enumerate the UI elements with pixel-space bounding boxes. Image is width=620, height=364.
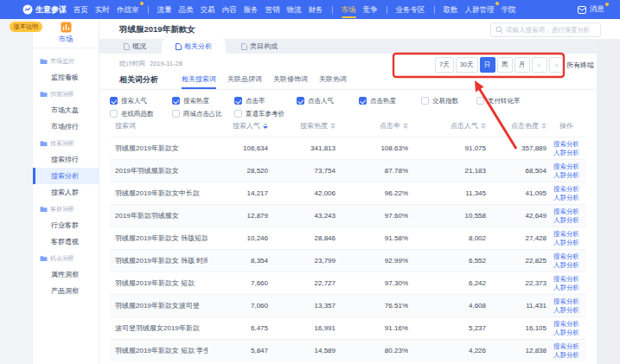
crowd-analysis-link[interactable]: 人群分析 — [546, 351, 586, 360]
range-7d-button[interactable]: 7天 — [435, 57, 454, 73]
sidebar-item-market-ranking[interactable]: 市场排行 — [33, 118, 99, 135]
metric-search-popularity: 搜索人气 — [110, 96, 147, 105]
checkbox[interactable] — [172, 97, 180, 105]
checkbox[interactable] — [297, 97, 304, 105]
search-input[interactable] — [506, 26, 596, 34]
message-label: 消息 — [590, 4, 604, 15]
nav-item-crowd-management[interactable]: 人群管理 — [465, 0, 495, 19]
sidebar-module-market[interactable]: 市场 — [33, 19, 99, 48]
search-analysis-link[interactable]: 搜索分析 — [546, 275, 586, 284]
crowd-analysis-link[interactable]: 人群分析 — [546, 171, 586, 180]
sidebar-item-attribute-insight[interactable]: 属性洞察 — [33, 266, 99, 283]
crowd-analysis-link[interactable]: 人群分析 — [546, 306, 586, 315]
sidebar-item-product-insight[interactable]: 产品洞察 — [33, 283, 99, 299]
prev-period-button[interactable]: < — [532, 57, 547, 73]
crowd-analysis-link[interactable]: 人群分析 — [546, 149, 586, 157]
sidebar-group-opportunity-insight[interactable]: 机会洞察 — [33, 250, 99, 266]
sort-icon[interactable] — [330, 123, 336, 129]
sidebar-item-market-overview[interactable]: 市场大盘 — [33, 102, 99, 118]
sidebar: 市场 市场监控 监控看板 供需洞察 市场大盘 市场排行 搜索洞察 搜索排行 搜索… — [33, 19, 99, 364]
col-click-heat[interactable]: 点击热度 — [486, 121, 546, 137]
version-badge[interactable]: 版本说明 — [10, 22, 42, 32]
subtab-modifier-words[interactable]: 关联修饰词 — [273, 74, 308, 89]
sidebar-group-search-insight[interactable]: 搜索洞察 — [33, 135, 99, 151]
nav-item-warroom[interactable]: 作战室 — [117, 0, 139, 19]
checkbox[interactable] — [359, 97, 367, 105]
nav-item-business-zone[interactable]: 业务专区 — [396, 0, 425, 19]
checkbox[interactable] — [110, 97, 118, 105]
crowd-analysis-link[interactable]: 人群分析 — [546, 239, 586, 247]
cell-actions: 搜索分析人群分析 — [546, 227, 586, 250]
sort-icon[interactable] — [263, 123, 268, 129]
nav-item-service[interactable]: 服务 — [244, 0, 259, 19]
search-analysis-link[interactable]: 搜索分析 — [546, 230, 586, 239]
search-analysis-link[interactable]: 搜索分析 — [546, 185, 586, 194]
search-analysis-link[interactable]: 搜索分析 — [546, 320, 586, 329]
nav-item-market[interactable]: 市场 — [342, 0, 356, 19]
sidebar-item-industry-customers[interactable]: 行业客群 — [33, 217, 99, 233]
nav-item-traffic[interactable]: 流量 — [157, 0, 172, 19]
search-analysis-link[interactable]: 搜索分析 — [546, 163, 586, 171]
cell-value: 341,813 — [268, 137, 336, 160]
next-period-button[interactable]: > — [549, 57, 565, 73]
checkbox[interactable] — [172, 110, 180, 118]
nav-item-finance[interactable]: 财务 — [309, 0, 323, 19]
crowd-analysis-link[interactable]: 人群分析 — [546, 261, 586, 270]
nav-item-logistics[interactable]: 物流 — [287, 0, 302, 19]
sidebar-group-supply-demand[interactable]: 供需洞察 — [33, 86, 99, 102]
col-search-heat[interactable]: 搜索热度 — [268, 121, 336, 137]
cell-value: 22,825 — [486, 250, 546, 272]
range-week-button[interactable]: 周 — [497, 57, 513, 73]
nav-item-academy[interactable]: 学院 — [502, 0, 516, 19]
sort-icon[interactable] — [481, 123, 486, 129]
nav-item-content[interactable]: 内容 — [222, 0, 237, 19]
sidebar-item-monitor-board[interactable]: 监控看板 — [33, 69, 99, 86]
nav-item-data-fetch[interactable]: 取数 — [444, 0, 458, 19]
crowd-analysis-link[interactable]: 人群分析 — [546, 194, 586, 202]
app-logo[interactable]: 生意参谋 — [22, 4, 67, 16]
col-search-popularity[interactable]: 搜索人气 — [208, 121, 268, 137]
nav-item-realtime[interactable]: 实时 — [95, 0, 110, 19]
tab-related-analysis[interactable]: 相关分析 — [162, 39, 226, 54]
sidebar-group-customer-insight[interactable]: 客群洞察 — [33, 201, 99, 217]
search-analysis-link[interactable]: 搜索分析 — [546, 140, 586, 149]
subtab-hot-words[interactable]: 关联热词 — [319, 74, 347, 89]
range-month-button[interactable]: 月 — [515, 57, 530, 73]
sidebar-item-search-ranking[interactable]: 搜索排行 — [33, 151, 99, 168]
nav-item-trade[interactable]: 交易 — [201, 0, 215, 19]
checkbox[interactable] — [476, 97, 484, 105]
search-analysis-link[interactable]: 搜索分析 — [546, 252, 586, 261]
crowd-analysis-link[interactable]: 人群分析 — [546, 284, 586, 292]
crowd-analysis-link[interactable]: 人群分析 — [546, 216, 586, 225]
sidebar-item-search-analysis[interactable]: 搜索分析 — [33, 168, 99, 184]
document-icon — [241, 43, 247, 50]
col-click-popularity[interactable]: 点击人气 — [408, 121, 486, 137]
sidebar-item-customer-perspective[interactable]: 客群透视 — [33, 233, 99, 250]
subtab-related-search-words[interactable]: 相关搜索词 — [182, 74, 216, 89]
tab-overview[interactable]: 概况 — [115, 39, 155, 54]
sidebar-group-market-monitor[interactable]: 市场监控 — [33, 53, 99, 69]
range-30d-button[interactable]: 30天 — [456, 57, 478, 73]
tab-category-composition[interactable]: 类目构成 — [233, 39, 286, 54]
subtab-brand-words[interactable]: 关联品牌词 — [227, 74, 262, 89]
stat-time-value: 2019-11-28 — [150, 60, 182, 68]
checkbox[interactable] — [421, 97, 429, 105]
checkbox[interactable] — [234, 110, 242, 118]
search-analysis-link[interactable]: 搜索分析 — [546, 208, 586, 216]
range-day-button[interactable]: 日 — [480, 57, 495, 73]
sort-icon[interactable] — [403, 123, 408, 129]
nav-item-competition[interactable]: 竞争 — [363, 0, 378, 19]
crowd-analysis-link[interactable]: 人群分析 — [546, 329, 586, 337]
checkbox[interactable] — [110, 110, 118, 118]
checkbox[interactable] — [234, 97, 242, 105]
search-analysis-link[interactable]: 搜索分析 — [546, 297, 586, 306]
search-analysis-link[interactable]: 搜索分析 — [546, 342, 586, 351]
nav-item-marketing[interactable]: 营销 — [265, 0, 280, 19]
col-click-rate[interactable]: 点击率 — [336, 121, 408, 137]
sidebar-item-search-crowd[interactable]: 搜索人群 — [33, 184, 99, 201]
nav-messages[interactable]: 消息 — [578, 0, 604, 19]
col-keyword: 搜索词 — [110, 121, 208, 137]
nav-item-category[interactable]: 品类 — [179, 0, 194, 19]
nav-item-home[interactable]: 首页 — [74, 0, 88, 19]
sort-icon[interactable] — [541, 123, 546, 129]
